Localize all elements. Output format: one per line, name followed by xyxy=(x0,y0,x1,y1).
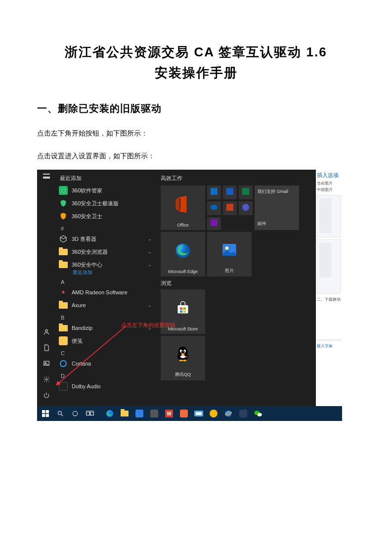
tile-onenote[interactable] xyxy=(207,217,221,230)
taskbar: W xyxy=(37,406,342,421)
svg-rect-25 xyxy=(46,414,49,417)
chevron-down-icon: ⌄ xyxy=(148,236,152,241)
settings-icon[interactable] xyxy=(37,371,56,387)
tile-onedrive[interactable] xyxy=(207,201,221,215)
svg-point-3 xyxy=(45,378,47,380)
documents-icon[interactable] xyxy=(37,340,56,356)
tile-teams[interactable] xyxy=(239,201,253,215)
tile-mail[interactable]: 我们支持 Gmail 邮件 xyxy=(255,185,299,230)
pictures-icon[interactable] xyxy=(37,356,56,371)
app-row[interactable]: Cortana xyxy=(56,357,155,370)
svg-point-20 xyxy=(180,355,186,358)
svg-rect-9 xyxy=(180,307,182,310)
svg-point-17 xyxy=(181,351,182,352)
store-icon xyxy=(175,289,190,326)
letter-header[interactable]: # xyxy=(56,223,155,232)
svg-point-36 xyxy=(258,413,262,416)
doc-title: 浙江省公共资源交易 CA 签章互认驱动 1.6 安装操作手册 xyxy=(37,42,355,83)
doc-thumbnail xyxy=(317,195,341,237)
svg-point-4 xyxy=(60,361,66,367)
background-word-pane: 插入选项 当前图片 中级图片 二、下载驱动 接入字体 xyxy=(316,170,342,406)
tile-word[interactable] xyxy=(223,185,237,199)
tile-excel[interactable] xyxy=(239,185,253,199)
app-row[interactable]: ✦AMD Radeon Software xyxy=(56,286,155,299)
svg-point-18 xyxy=(184,351,185,352)
section-heading: 一、删除已安装的旧版驱动 xyxy=(37,102,355,115)
svg-rect-23 xyxy=(46,410,49,413)
taskbar-app[interactable] xyxy=(207,408,220,419)
tile-qq[interactable]: 腾讯QQ xyxy=(161,336,205,380)
letter-header[interactable]: C xyxy=(56,347,155,357)
doc-thumbnail xyxy=(317,239,341,294)
start-button[interactable] xyxy=(39,408,52,419)
svg-rect-12 xyxy=(183,310,186,313)
tile-edge[interactable]: Microsoft Edge xyxy=(161,232,205,277)
hamburger-icon[interactable] xyxy=(43,174,50,179)
chevron-down-icon: ⌄ xyxy=(148,303,152,308)
ribbon-label: 插入选项 xyxy=(316,170,342,180)
taskbar-app[interactable] xyxy=(133,408,146,419)
tile-ppt[interactable] xyxy=(223,201,237,215)
svg-rect-10 xyxy=(183,307,186,310)
app-row[interactable]: 便笺 xyxy=(56,334,155,347)
svg-point-28 xyxy=(73,412,77,416)
taskbar-app[interactable] xyxy=(237,408,250,419)
start-rail xyxy=(37,170,56,406)
app-row[interactable]: 360安全卫士 xyxy=(56,210,155,223)
svg-line-27 xyxy=(61,415,63,416)
search-icon[interactable] xyxy=(54,408,67,419)
app-row[interactable]: ⬚360软件管家 xyxy=(56,184,155,197)
app-row[interactable]: Axure⌄ xyxy=(56,299,155,312)
taskbar-app-wps[interactable]: W xyxy=(163,408,175,419)
user-icon[interactable] xyxy=(37,324,56,340)
letter-header[interactable]: B xyxy=(56,312,155,322)
chevron-down-icon: ⌄ xyxy=(148,262,152,267)
taskbar-app-edge[interactable] xyxy=(103,408,116,419)
svg-rect-22 xyxy=(42,410,45,413)
annotation-text: 点击左下角的设置按钮 xyxy=(121,322,175,329)
cortana-icon[interactable] xyxy=(69,408,82,419)
svg-point-26 xyxy=(58,412,61,415)
office-icon xyxy=(175,185,190,223)
svg-rect-29 xyxy=(87,412,90,416)
instruction-1: 点击左下角开始按钮，如下图所示： xyxy=(37,129,355,138)
taskbar-app[interactable] xyxy=(148,408,161,419)
edge-icon xyxy=(174,232,191,269)
app-row[interactable]: 360安全浏览器⌄ xyxy=(56,245,155,258)
taskbar-app[interactable] xyxy=(192,408,205,419)
svg-rect-30 xyxy=(90,412,94,416)
app-row[interactable]: 3D 查看器⌄ xyxy=(56,232,155,245)
chevron-down-icon: ⌄ xyxy=(148,249,152,254)
power-icon[interactable] xyxy=(37,387,56,403)
recent-sublabel: 最近添加 xyxy=(56,269,155,276)
svg-point-19 xyxy=(181,353,185,355)
photos-icon xyxy=(221,232,238,268)
svg-point-0 xyxy=(45,330,48,332)
letter-header[interactable]: D xyxy=(56,370,155,380)
tile-photos[interactable]: 照片 xyxy=(207,232,252,277)
svg-point-7 xyxy=(225,246,229,250)
svg-rect-24 xyxy=(42,414,45,417)
tile-group-label[interactable]: 浏览 xyxy=(161,279,172,287)
taskbar-app[interactable] xyxy=(177,408,190,419)
taskbar-app-wechat[interactable] xyxy=(252,408,264,419)
qq-icon xyxy=(175,336,190,371)
app-row[interactable]: Dolby Audio xyxy=(56,380,155,393)
app-row[interactable]: 360安全卫士极速版 xyxy=(56,197,155,210)
taskbar-app-explorer[interactable] xyxy=(118,408,131,419)
taskbar-app-ie[interactable] xyxy=(222,408,235,419)
svg-rect-11 xyxy=(180,310,182,313)
svg-rect-8 xyxy=(178,305,188,314)
recent-header: 最近添加 xyxy=(56,172,155,184)
task-view-icon[interactable] xyxy=(84,408,96,419)
tile-office[interactable]: Office xyxy=(161,185,205,230)
start-app-list: 最近添加 ⬚360软件管家 360安全卫士极速版 360安全卫士 # 3D 查看… xyxy=(56,170,155,406)
tile-group-label[interactable]: 高效工作 xyxy=(161,175,182,182)
tile-outlook[interactable] xyxy=(207,185,221,199)
start-menu-screenshot: 最近添加 ⬚360软件管家 360安全卫士极速版 360安全卫士 # 3D 查看… xyxy=(37,170,342,421)
letter-header[interactable]: A xyxy=(56,276,155,286)
instruction-2: 点击设置进入设置界面，如下图所示： xyxy=(37,152,355,161)
start-tiles: 高效工作 Office 我们支持 Gmail 邮件 Mic xyxy=(155,170,316,406)
